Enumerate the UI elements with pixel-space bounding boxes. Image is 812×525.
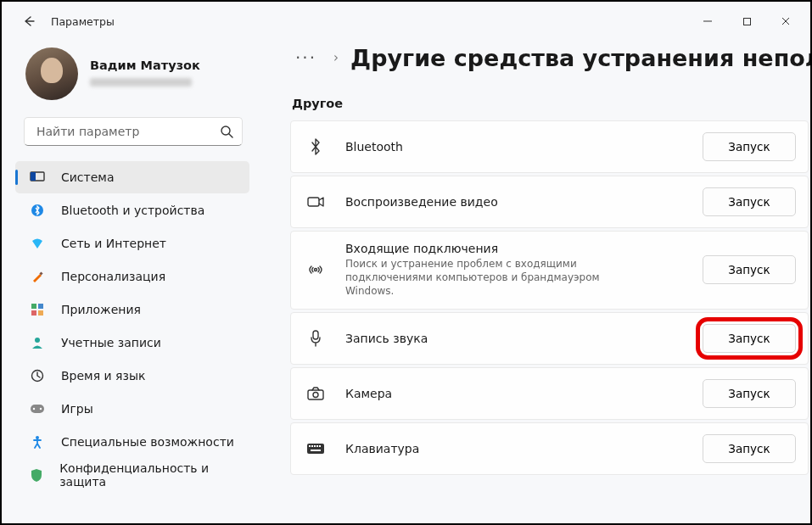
sidebar-item-label: Bluetooth и устройства (61, 204, 204, 217)
troubleshooter-camera: Камера Запуск (290, 367, 809, 420)
personalize-icon (29, 268, 46, 285)
apps-icon (29, 301, 46, 318)
svg-rect-25 (316, 445, 318, 447)
troubleshooter-keyboard: Клавиатура Запуск (290, 422, 809, 475)
svg-rect-16 (308, 198, 319, 206)
troubleshooter-incoming-connections: Входящие подключения Поиск и устранение … (290, 231, 809, 310)
svg-rect-24 (314, 445, 316, 447)
app-title: Параметры (51, 15, 115, 28)
sidebar-item-bluetooth[interactable]: Bluetooth и устройства (15, 194, 249, 226)
svg-rect-6 (31, 304, 36, 309)
keyboard-icon (305, 443, 327, 455)
svg-rect-21 (307, 444, 324, 454)
sidebar-item-label: Время и язык (61, 369, 145, 383)
svg-point-10 (35, 338, 40, 343)
system-icon (29, 169, 46, 186)
sidebar-item-apps[interactable]: Приложения (15, 293, 249, 326)
camera-icon (305, 387, 327, 400)
sidebar-item-label: Приложения (61, 303, 141, 316)
svg-point-17 (315, 269, 317, 271)
sidebar-item-time-language[interactable]: Время и язык (15, 360, 249, 392)
search-icon (220, 125, 233, 138)
network-icon (29, 235, 46, 252)
card-title: Клавиатура (345, 442, 703, 455)
avatar (25, 47, 78, 100)
sidebar-item-label: Игры (61, 402, 93, 416)
minimize-icon (703, 16, 713, 26)
sidebar-item-label: Система (61, 170, 114, 184)
profile[interactable]: Вадим Матузок (2, 41, 258, 114)
svg-rect-26 (319, 445, 321, 447)
svg-point-13 (33, 408, 35, 410)
profile-name: Вадим Матузок (90, 58, 200, 74)
svg-point-14 (40, 408, 42, 410)
sidebar-item-personalization[interactable]: Персонализация (15, 260, 249, 293)
sidebar-item-accounts[interactable]: Учетные записи (15, 327, 249, 359)
card-title: Входящие подключения (345, 242, 703, 255)
sidebar-item-label: Персонализация (61, 270, 165, 283)
sidebar-nav: Система Bluetooth и устройства Сеть и Ин… (2, 161, 258, 495)
privacy-icon (29, 466, 44, 483)
minimize-button[interactable] (688, 4, 727, 38)
svg-rect-0 (743, 18, 750, 25)
run-button[interactable]: Запуск (703, 324, 796, 353)
svg-rect-22 (309, 445, 311, 447)
main-content: ··· › Другие средства устранения неполад… (265, 41, 810, 523)
card-title: Воспроизведение видео (345, 195, 703, 209)
sidebar-item-label: Конфиденциальность и защита (59, 461, 241, 489)
run-button[interactable]: Запуск (703, 379, 796, 408)
card-description: Поиск и устранение проблем с входящими п… (345, 257, 651, 299)
arrow-left-icon (22, 14, 36, 28)
sidebar-item-privacy[interactable]: Конфиденциальность и защита (15, 459, 249, 491)
troubleshooter-audio-recording: Запись звука Запуск (290, 312, 809, 365)
highlighted-run-button: Запуск (703, 324, 796, 353)
svg-rect-18 (313, 331, 318, 339)
sidebar-item-accessibility[interactable]: Специальные возможности (15, 426, 249, 458)
svg-rect-27 (311, 450, 321, 451)
microphone-icon (305, 330, 327, 347)
svg-rect-19 (308, 390, 323, 399)
svg-rect-3 (31, 172, 36, 181)
svg-rect-8 (31, 310, 36, 316)
signal-icon (305, 262, 327, 277)
sidebar-item-network[interactable]: Сеть и Интернет (15, 227, 249, 260)
card-title: Bluetooth (345, 140, 703, 154)
accounts-icon (29, 334, 46, 351)
sidebar: Вадим Матузок Система Bluetooth и устрой… (2, 41, 265, 523)
close-icon (781, 16, 791, 26)
troubleshooter-video-playback: Воспроизведение видео Запуск (290, 176, 809, 228)
run-button[interactable]: Запуск (703, 434, 796, 463)
bluetooth-icon (29, 202, 46, 219)
search-box[interactable] (24, 117, 243, 146)
breadcrumb-more-button[interactable]: ··· (290, 44, 322, 71)
accessibility-icon (29, 433, 46, 450)
run-button[interactable]: Запуск (703, 187, 796, 216)
chevron-right-icon: › (333, 50, 339, 65)
window-controls (688, 4, 805, 38)
breadcrumb: ··· › Другие средства устранения неполад… (290, 44, 810, 71)
sidebar-item-label: Специальные возможности (61, 435, 234, 449)
svg-rect-7 (38, 304, 43, 309)
svg-point-20 (313, 392, 318, 397)
run-button[interactable]: Запуск (703, 255, 796, 284)
sidebar-item-system[interactable]: Система (15, 161, 249, 193)
card-title: Камера (345, 387, 703, 400)
bluetooth-icon (305, 138, 327, 155)
sidebar-item-gaming[interactable]: Игры (15, 393, 249, 425)
svg-rect-23 (311, 445, 313, 447)
run-button[interactable]: Запуск (703, 132, 796, 161)
card-title: Запись звука (345, 332, 703, 345)
close-button[interactable] (766, 4, 805, 38)
back-button[interactable] (15, 8, 42, 35)
search-input[interactable] (35, 124, 220, 139)
sidebar-item-label: Учетные записи (61, 336, 161, 349)
maximize-button[interactable] (727, 4, 766, 38)
sidebar-item-label: Сеть и Интернет (61, 237, 166, 250)
gaming-icon (29, 400, 46, 417)
troubleshooter-list: Bluetooth Запуск Воспроизведение видео З… (290, 120, 810, 475)
section-header-other: Другое (292, 97, 810, 110)
video-icon (305, 196, 327, 208)
svg-rect-12 (31, 405, 44, 413)
svg-rect-9 (38, 310, 43, 316)
titlebar: Параметры (2, 2, 810, 41)
